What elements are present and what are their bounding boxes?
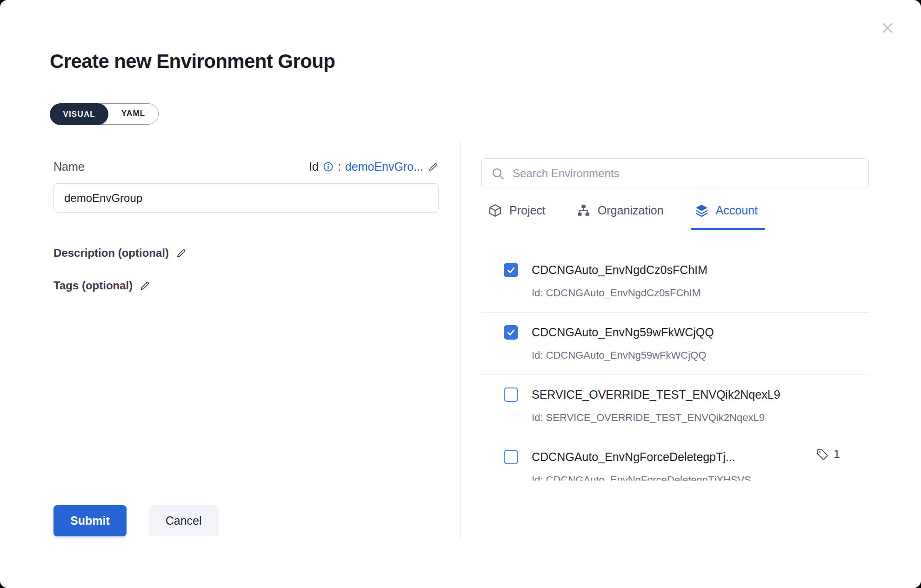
tag-count: 1 [834, 448, 840, 461]
tab-visual[interactable]: VISUAL [50, 103, 108, 125]
environment-id: Id: CDCNGAuto_EnvNg59wFkWCjQQ [532, 349, 706, 362]
environment-list: CDCNGAuto_EnvNgdCz0sFChIM Id: CDCNGAuto_… [481, 229, 869, 481]
close-icon[interactable] [878, 19, 897, 37]
header-divider [50, 138, 873, 138]
environment-id: Id: CDCNGAuto_EnvNgdCz0sFChIM [532, 287, 701, 300]
name-input[interactable] [53, 183, 439, 213]
environment-name: CDCNGAuto_EnvNgForceDeletegpTj... [532, 449, 735, 464]
description-section: Description (optional) [53, 247, 187, 260]
environment-checkbox[interactable] [504, 388, 518, 402]
environment-name: CDCNGAuto_EnvNg59wFkWCjQQ [532, 325, 714, 340]
column-divider [460, 140, 460, 541]
environment-picker: Project Organization Account CDCNGAuto_E… [481, 158, 869, 563]
visual-yaml-toggle: VISUAL YAML [50, 103, 159, 125]
scope-tabs: Project Organization Account [481, 192, 869, 229]
cancel-button[interactable]: Cancel [149, 505, 219, 536]
environment-row: CDCNGAuto_EnvNgForceDeletegpTj... Id: CD… [481, 437, 869, 481]
environment-name: CDCNGAuto_EnvNgdCz0sFChIM [532, 262, 707, 277]
search-box [481, 158, 869, 188]
org-chart-icon [576, 203, 591, 218]
edit-id-pencil-icon[interactable] [427, 161, 439, 173]
cube-icon [488, 203, 502, 218]
check-icon [506, 327, 516, 337]
tags-label: Tags (optional) [53, 279, 133, 292]
search-input[interactable] [482, 159, 868, 188]
environment-row: SERVICE_OVERRIDE_TEST_ENVQik2NqexL9 Id: … [481, 375, 869, 437]
edit-description-pencil-icon[interactable] [175, 247, 187, 259]
info-icon[interactable] [323, 161, 334, 172]
environment-id: Id: CDCNGAuto_EnvNgForceDeletegpTjXHSVS [532, 474, 751, 481]
name-field-header: Name Id : demoEnvGro... [53, 160, 439, 174]
id-label: Id [309, 160, 319, 174]
tab-project[interactable]: Project [488, 192, 546, 229]
tab-organization[interactable]: Organization [576, 192, 664, 229]
tags-section: Tags (optional) [53, 279, 151, 292]
tag-count-badge: 1 [816, 448, 840, 461]
tag-icon [816, 448, 829, 461]
tab-account[interactable]: Account [694, 192, 758, 229]
page-title: Create new Environment Group [50, 50, 335, 73]
environment-checkbox[interactable] [504, 263, 518, 277]
identifier-row: Id : demoEnvGro... [309, 160, 439, 174]
description-label: Description (optional) [53, 247, 169, 260]
create-environment-group-dialog: Create new Environment Group VISUAL YAML… [0, 0, 921, 588]
form-actions: Submit Cancel [53, 505, 219, 536]
name-label: Name [53, 160, 85, 174]
tab-organization-label: Organization [598, 204, 664, 217]
id-colon: : [338, 160, 341, 174]
edit-tags-pencil-icon[interactable] [139, 280, 151, 292]
check-icon [506, 265, 516, 275]
environment-row: CDCNGAuto_EnvNgdCz0sFChIM Id: CDCNGAuto_… [481, 250, 869, 313]
environment-checkbox[interactable] [504, 325, 518, 340]
layers-icon [694, 203, 709, 218]
environment-name: SERVICE_OVERRIDE_TEST_ENVQik2NqexL9 [532, 387, 780, 402]
tab-yaml[interactable]: YAML [108, 103, 158, 125]
environment-checkbox[interactable] [504, 450, 518, 464]
submit-button[interactable]: Submit [53, 505, 127, 536]
environment-row: CDCNGAuto_EnvNg59wFkWCjQQ Id: CDCNGAuto_… [481, 313, 869, 375]
id-value-link[interactable]: demoEnvGro... [345, 160, 423, 174]
tab-account-label: Account [716, 204, 758, 217]
environment-id: Id: SERVICE_OVERRIDE_TEST_ENVQik2NqexL9 [532, 411, 765, 424]
tab-project-label: Project [509, 204, 546, 217]
